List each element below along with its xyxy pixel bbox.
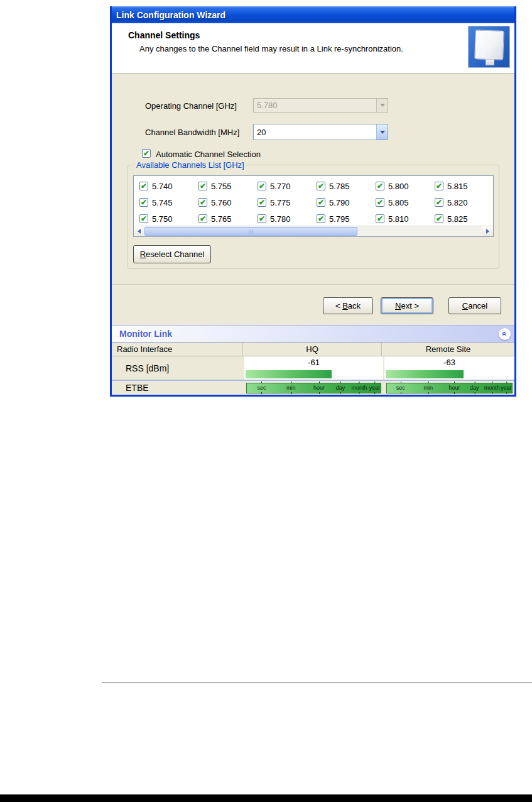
channel-value: 5.820 (447, 198, 468, 207)
channel-bandwidth-dropdown-button[interactable] (376, 124, 388, 140)
check-icon: ✔ (377, 182, 383, 190)
channel-checkbox[interactable]: ✔ (317, 214, 325, 223)
back-button[interactable]: < Back (323, 297, 373, 314)
scroll-right-icon (486, 229, 489, 234)
check-icon: ✔ (259, 199, 265, 206)
reselect-channel-button[interactable]: Reselect Channel (133, 245, 211, 263)
channel-bandwidth-value: 20 (254, 128, 376, 137)
channel-checkbox[interactable]: ✔ (198, 182, 207, 190)
etbe-hq-cell: sec min hour day month year (244, 381, 383, 395)
dialog-titlebar[interactable]: Link Configuration Wizard (112, 6, 514, 23)
next-button[interactable]: Next > (381, 297, 433, 314)
channel-item[interactable]: ✔5.745 (136, 198, 195, 207)
channel-checkbox[interactable]: ✔ (317, 182, 325, 190)
channel-checkbox[interactable]: ✔ (376, 182, 384, 190)
channel-item[interactable]: ✔5.795 (313, 214, 372, 224)
etbe-tick: month (351, 385, 367, 391)
channel-item[interactable]: ✔5.805 (372, 198, 432, 207)
column-hq: HQ (243, 343, 382, 356)
etbe-tick: min (286, 385, 296, 391)
etbe-tick: year (369, 385, 381, 391)
channel-checkbox[interactable]: ✔ (139, 182, 148, 190)
channel-checkbox[interactable]: ✔ (258, 182, 266, 190)
channel-value: 5.780 (270, 214, 291, 224)
channel-item[interactable]: ✔5.785 (313, 182, 372, 191)
channel-bandwidth-select[interactable]: 20 (253, 124, 388, 140)
check-icon: ✔ (259, 215, 265, 222)
channel-checkbox[interactable]: ✔ (258, 214, 266, 223)
check-icon: ✔ (200, 199, 206, 206)
collapse-button[interactable]: « (499, 328, 511, 340)
check-icon: ✔ (436, 199, 442, 206)
channel-item[interactable]: ✔5.815 (432, 182, 491, 191)
channel-value: 5.805 (388, 198, 409, 207)
link-configuration-wizard-dialog: Link Configuration Wizard Channel Settin… (110, 6, 516, 397)
check-icon: ✔ (200, 182, 206, 190)
rss-remote-cell: -63 (384, 356, 514, 380)
operating-channel-select: 5.780 (253, 98, 388, 113)
check-icon: ✔ (143, 150, 149, 157)
channel-item[interactable]: ✔5.790 (313, 198, 372, 207)
automatic-channel-selection-checkbox[interactable]: ✔ (142, 149, 151, 158)
channels-listbox[interactable]: ✔5.740 ✔5.755 ✔5.770 ✔5.785 ✔5.800 ✔5.81… (133, 175, 494, 237)
etbe-tick: day (336, 385, 345, 391)
channel-item[interactable]: ✔5.760 (195, 198, 254, 207)
channel-checkbox[interactable]: ✔ (198, 198, 207, 207)
channel-checkbox[interactable]: ✔ (317, 198, 325, 207)
channel-item[interactable]: ✔5.800 (372, 182, 432, 191)
rss-hq-bar (246, 370, 332, 378)
channel-checkbox[interactable]: ✔ (198, 214, 207, 223)
channel-value: 5.800 (388, 182, 409, 191)
channel-item[interactable]: ✔5.820 (432, 198, 491, 207)
operating-channel-dropdown-button (376, 99, 388, 112)
channel-item[interactable]: ✔5.810 (372, 214, 432, 224)
channel-item[interactable]: ✔5.740 (136, 182, 195, 191)
channel-checkbox[interactable]: ✔ (139, 214, 148, 223)
chevron-down-icon (380, 104, 385, 107)
check-icon: ✔ (436, 182, 442, 190)
channel-checkbox[interactable]: ✔ (376, 214, 384, 223)
scroll-left-icon (138, 229, 141, 234)
check-icon: ✔ (377, 215, 383, 222)
channel-item[interactable]: ✔5.775 (254, 198, 313, 207)
chevron-down-icon (380, 131, 385, 134)
etbe-tick: year (501, 385, 512, 391)
channel-checkbox[interactable]: ✔ (435, 182, 443, 190)
channel-checkbox[interactable]: ✔ (376, 198, 384, 207)
channel-item[interactable]: ✔5.765 (195, 214, 254, 224)
etbe-tick: min (423, 385, 433, 391)
channel-checkbox[interactable]: ✔ (139, 198, 148, 207)
scrollbar-thumb[interactable] (144, 227, 357, 236)
dialog-title: Link Configuration Wizard (116, 10, 225, 20)
channel-item[interactable]: ✔5.780 (254, 214, 313, 224)
channel-value: 5.760 (211, 198, 232, 207)
etbe-hq-bar: sec min hour day month year (246, 383, 381, 393)
channel-checkbox[interactable]: ✔ (435, 214, 443, 223)
etbe-label: ETBE (112, 381, 243, 395)
footer-divider (112, 284, 514, 285)
channel-value: 5.785 (329, 182, 350, 191)
operating-channel-value: 5.780 (254, 101, 376, 110)
check-icon: ✔ (377, 199, 383, 206)
scrollbar-track[interactable] (144, 226, 482, 236)
channel-checkbox[interactable]: ✔ (435, 198, 443, 207)
channels-horizontal-scrollbar[interactable] (134, 226, 493, 236)
check-icon: ✔ (259, 182, 265, 190)
check-icon: ✔ (141, 215, 147, 222)
column-remote-site: Remote Site (382, 344, 514, 354)
cancel-button[interactable]: Cancel (448, 297, 501, 314)
channel-value: 5.770 (270, 182, 291, 191)
channel-checkbox[interactable]: ✔ (258, 198, 266, 207)
scroll-left-button[interactable] (134, 226, 144, 236)
channel-item[interactable]: ✔5.825 (432, 214, 491, 224)
monitor-link-header[interactable]: Monitor Link « (112, 325, 514, 343)
channel-item[interactable]: ✔5.770 (254, 182, 313, 191)
rss-remote-value: -63 (384, 356, 514, 367)
channel-value: 5.745 (152, 198, 173, 207)
channel-item[interactable]: ✔5.750 (136, 214, 195, 224)
channel-item[interactable]: ✔5.755 (195, 182, 254, 191)
monitor-link-title: Monitor Link (119, 329, 499, 339)
etbe-remote-bar: sec min hour day month year (386, 383, 513, 393)
scroll-right-button[interactable] (482, 226, 493, 236)
rss-remote-bar (386, 370, 464, 378)
